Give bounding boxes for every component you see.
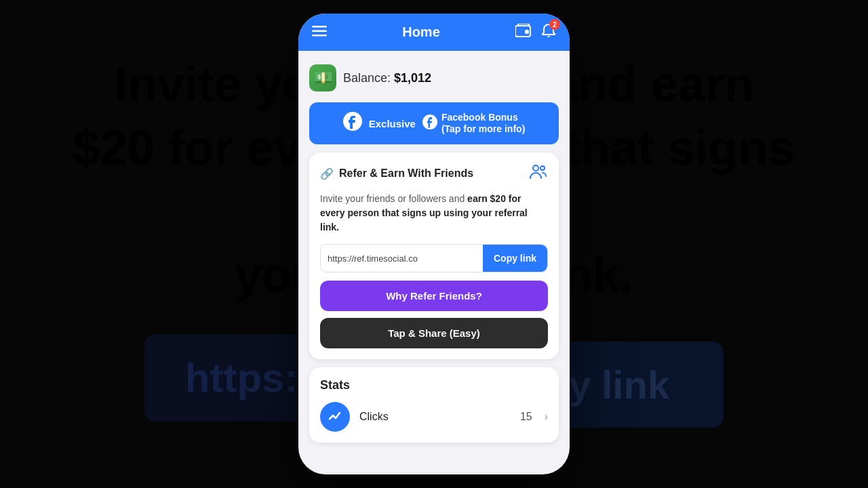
balance-row: 💵 Balance: $1,012: [309, 62, 559, 94]
svg-rect-2: [312, 35, 327, 37]
notification-icon[interactable]: 2: [541, 23, 556, 41]
menu-icon[interactable]: [312, 24, 327, 40]
stats-chevron-icon: ›: [545, 411, 548, 423]
svg-rect-0: [312, 26, 327, 28]
refer-earn-card: 🔗 Refer & Earn With Friends Invite your …: [309, 152, 559, 359]
balance-label: Balance:: [343, 71, 391, 85]
refer-header: 🔗 Refer & Earn With Friends: [320, 163, 548, 184]
content-area: 💵 Balance: $1,012 Exclusive: [298, 51, 570, 474]
referral-link-input[interactable]: [321, 245, 483, 272]
fb-bonus-label: Facebook Bonus (Tap for more info): [441, 112, 525, 135]
tap-share-button[interactable]: Tap & Share (Easy): [320, 318, 548, 348]
referral-link-row: Copy link: [320, 244, 548, 272]
people-icon[interactable]: [529, 163, 548, 184]
phone-container: Home 2 💵 Balance:: [298, 14, 570, 474]
refer-description: Invite your friends or followers and ear…: [320, 192, 548, 235]
balance-text: Balance: $1,012: [343, 71, 431, 85]
stats-clicks-icon: [320, 402, 350, 432]
svg-rect-1: [312, 30, 327, 33]
svg-point-8: [540, 166, 545, 170]
facebook-bonus-button[interactable]: Exclusive Facebook Bonus (Tap for more i…: [309, 102, 559, 144]
refer-title: Refer & Earn With Friends: [339, 167, 473, 180]
notification-badge: 2: [549, 19, 560, 30]
header-title: Home: [402, 24, 440, 40]
svg-point-7: [533, 165, 538, 171]
stats-card: Stats Clicks 15 ›: [309, 367, 559, 443]
facebook-icon-left: [343, 112, 362, 135]
stats-clicks-label: Clicks: [359, 411, 511, 423]
exclusive-label: Exclusive: [369, 118, 416, 129]
app-header: Home 2: [298, 14, 570, 51]
stats-clicks-value: 15: [520, 411, 532, 423]
stats-clicks-row[interactable]: Clicks 15 ›: [320, 402, 548, 432]
facebook-icon-right: [422, 115, 437, 132]
balance-icon: 💵: [309, 64, 336, 92]
fb-bonus-info: Facebook Bonus (Tap for more info): [422, 112, 525, 135]
refer-title-row: 🔗 Refer & Earn With Friends: [320, 167, 473, 180]
why-refer-button[interactable]: Why Refer Friends?: [320, 281, 548, 311]
header-icons: 2: [515, 23, 556, 41]
copy-link-button[interactable]: Copy link: [483, 245, 547, 272]
refer-link-icon: 🔗: [320, 167, 334, 180]
wallet-icon[interactable]: [515, 24, 532, 41]
svg-rect-4: [525, 30, 529, 34]
stats-title: Stats: [320, 378, 548, 392]
balance-amount: $1,012: [394, 71, 431, 85]
